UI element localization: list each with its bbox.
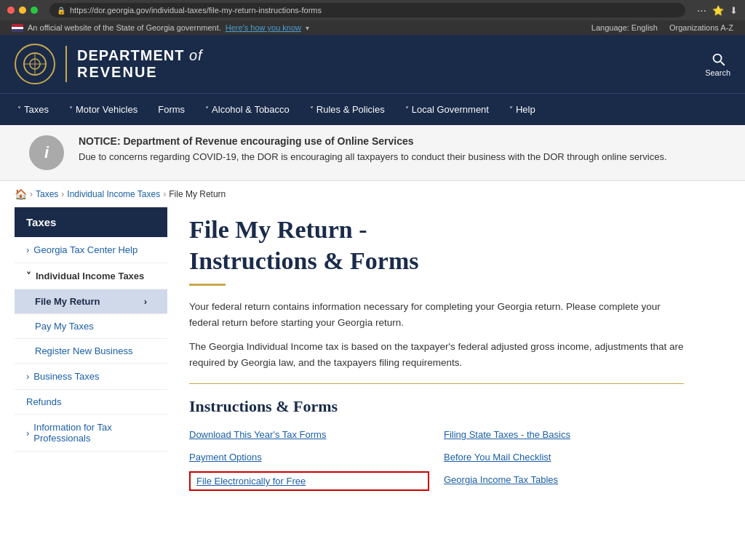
sidebar-item-business-taxes[interactable]: › Business Taxes <box>15 364 167 390</box>
section-divider <box>189 383 684 384</box>
home-icon[interactable]: 🏠 <box>15 188 27 200</box>
site-logo <box>15 44 55 84</box>
nav-item-help[interactable]: ˅ Help <box>499 94 546 126</box>
expand-icon: › <box>26 244 29 255</box>
nav-item-rules-policies[interactable]: ˅ Rules & Policies <box>300 94 395 126</box>
language-selector[interactable]: Language: English <box>591 23 658 32</box>
browser-maximize-dot <box>31 7 38 14</box>
browser-minimize-dot <box>19 7 26 14</box>
breadcrumb: 🏠 › Taxes › Individual Income Taxes › Fi… <box>0 181 745 207</box>
header-divider <box>65 46 67 82</box>
link-income-tax-tables[interactable]: Georgia Income Tax Tables <box>444 471 684 491</box>
nav-item-motor-vehicles[interactable]: ˅ Motor Vehicles <box>59 94 148 126</box>
title-underline <box>189 284 226 286</box>
link-filing-state-taxes[interactable]: Filing State Taxes - the Basics <box>444 426 684 443</box>
search-icon <box>710 51 726 67</box>
nav-item-alcohol-tobacco[interactable]: ˅ Alcohol & Tobacco <box>195 94 300 126</box>
sidebar: Taxes › Georgia Tax Center Help ˅ Indivi… <box>0 207 167 505</box>
link-file-electronically[interactable]: File Electronically for Free <box>189 471 429 491</box>
official-banner: An official website of the State of Geor… <box>0 20 745 35</box>
breadcrumb-current: File My Return <box>169 189 226 199</box>
active-arrow-icon: › <box>144 296 147 307</box>
breadcrumb-taxes[interactable]: Taxes <box>36 189 58 199</box>
sidebar-title: Taxes <box>15 207 167 237</box>
page-content: File My Return -Instructions & Forms You… <box>167 207 713 505</box>
collapse-icon: ˅ <box>26 271 31 281</box>
sidebar-subitem-register-new-business[interactable]: Register New Business <box>15 339 167 364</box>
expand-icon: › <box>26 371 29 382</box>
notice-banner: i NOTICE: Department of Revenue encourag… <box>0 125 745 181</box>
header-logo-area: DEPARTMENT of REVENUE <box>15 44 203 84</box>
sidebar-section-individual-income[interactable]: ˅ Individual Income Taxes <box>15 263 167 289</box>
notice-content: NOTICE: Department of Revenue encouragin… <box>79 135 667 162</box>
link-download-tax-forms[interactable]: Download This Year's Tax Forms <box>189 426 429 443</box>
flag-icon <box>12 24 23 32</box>
content-area: Taxes › Georgia Tax Center Help ˅ Indivi… <box>0 207 745 520</box>
browser-close-dot <box>7 7 15 14</box>
notice-title: NOTICE: Department of Revenue encouragin… <box>79 135 414 147</box>
sidebar-item-tax-professionals[interactable]: › Information for Tax Professionals <box>15 415 167 452</box>
nav-item-local-government[interactable]: ˅ Local Government <box>395 94 499 126</box>
revenue-label: REVENUE <box>77 64 203 81</box>
link-before-mail-checklist[interactable]: Before You Mail Checklist <box>444 449 684 465</box>
nav-item-forms[interactable]: Forms <box>148 94 195 126</box>
sidebar-item-georgia-tax-center[interactable]: › Georgia Tax Center Help <box>15 237 167 263</box>
page-description-2: The Georgia Individual Income tax is bas… <box>189 339 684 370</box>
main-navigation: ˅ Taxes ˅ Motor Vehicles Forms ˅ Alcohol… <box>0 93 745 125</box>
breadcrumb-individual-income-taxes[interactable]: Individual Income Taxes <box>67 189 160 199</box>
search-button[interactable]: Search <box>705 51 730 77</box>
dept-label: DEPARTMENT of <box>77 47 203 64</box>
how-to-know-link[interactable]: Here's how you know <box>226 23 301 32</box>
page-title: File My Return -Instructions & Forms <box>189 215 684 276</box>
expand-icon: › <box>26 428 29 439</box>
browser-chrome: 🔒 https://dor.georgia.gov/individual-tax… <box>0 0 745 20</box>
sidebar-subitem-file-my-return[interactable]: File My Return › <box>15 289 167 314</box>
link-payment-options[interactable]: Payment Options <box>189 449 429 465</box>
browser-toolbar: ⋯⭐⬇ <box>697 5 738 16</box>
page-description-1: Your federal return contains information… <box>189 299 684 330</box>
site-title: DEPARTMENT of REVENUE <box>77 47 203 81</box>
nav-item-taxes[interactable]: ˅ Taxes <box>7 94 59 126</box>
notice-icon: i <box>29 135 64 170</box>
organizations-link[interactable]: Organizations A-Z <box>669 23 733 32</box>
site-header: DEPARTMENT of REVENUE Search <box>0 35 745 93</box>
dropdown-arrow-icon: ▾ <box>306 24 309 32</box>
sidebar-subitem-refunds[interactable]: Refunds <box>15 390 167 415</box>
links-grid: Download This Year's Tax Forms Filing St… <box>189 426 684 491</box>
browser-url-bar[interactable]: 🔒 https://dor.georgia.gov/individual-tax… <box>49 3 685 17</box>
notice-body: Due to concerns regarding COVID-19, the … <box>79 151 667 162</box>
official-text: An official website of the State of Geor… <box>28 23 221 32</box>
sidebar-subitem-pay-my-taxes[interactable]: Pay My Taxes <box>15 314 167 339</box>
section-heading: Instructions & Forms <box>189 397 684 416</box>
